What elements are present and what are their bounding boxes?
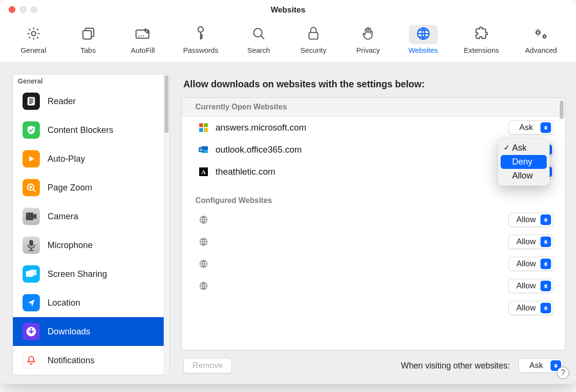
list-scrollbar-thumb[interactable] — [560, 101, 564, 119]
globe-icon — [198, 237, 209, 247]
svg-point-11 — [543, 36, 546, 38]
tabs-icon — [81, 26, 96, 43]
site-row[interactable]: Allow — [182, 231, 565, 253]
select-value: Ask — [525, 361, 548, 370]
globe-icon — [198, 259, 209, 269]
sidebar-item-label: Downloads — [48, 327, 90, 337]
site-row[interactable]: Allow — [182, 253, 565, 275]
tab-general[interactable]: General — [14, 22, 53, 56]
preferences-toolbar: General Tabs AutoFill Passwords Search S… — [0, 19, 576, 62]
select-value: Allow — [515, 259, 538, 269]
site-row[interactable]: Allow — [182, 275, 565, 297]
help-button[interactable]: ? — [557, 367, 569, 379]
tab-autofill[interactable]: AutoFill — [124, 22, 162, 56]
tab-label: Advanced — [525, 46, 557, 54]
sidebar-item-page-zoom[interactable]: Page Zoom — [13, 173, 169, 202]
detail-panel: Allow downloads on websites with the set… — [181, 74, 565, 375]
site-list: Currently Open Websites answers.microsof… — [181, 97, 565, 350]
download-icon — [23, 323, 40, 340]
play-icon — [23, 150, 40, 167]
tab-label: Privacy — [356, 46, 380, 54]
globe-icon — [198, 281, 209, 291]
chevron-updown-icon — [540, 122, 551, 133]
popup-option-deny[interactable]: Deny — [501, 155, 547, 169]
tab-search[interactable]: Search — [240, 22, 278, 56]
gears-icon — [533, 26, 549, 43]
svg-rect-15 — [29, 102, 34, 103]
sidebar-item-label: Location — [48, 298, 80, 308]
sidebar-item-label: Camera — [48, 212, 78, 222]
site-row[interactable]: answers.microsoft.com Ask — [182, 117, 565, 139]
tab-label: Search — [247, 46, 270, 54]
popup-option-ask[interactable]: Ask — [501, 141, 547, 155]
puzzle-icon — [474, 26, 489, 43]
gear-icon — [26, 26, 41, 43]
sidebar-item-downloads[interactable]: Downloads — [13, 317, 169, 346]
svg-rect-29 — [204, 128, 208, 132]
chevron-updown-icon — [540, 281, 551, 291]
tab-label: Tabs — [81, 46, 96, 54]
tab-label: Websites — [408, 46, 438, 54]
bell-icon — [23, 352, 40, 369]
camera-icon — [23, 208, 40, 225]
svg-point-19 — [27, 214, 28, 215]
permission-select[interactable]: Allow — [508, 301, 553, 315]
svg-rect-20 — [29, 240, 33, 246]
detail-heading: Allow downloads on websites with the set… — [181, 74, 565, 97]
sidebar-item-microphone[interactable]: Microphone — [13, 231, 169, 260]
zoom-icon — [23, 179, 40, 196]
site-row[interactable]: Allow — [182, 297, 565, 319]
sidebar-item-notifications[interactable]: Notifications — [13, 346, 169, 375]
sidebar-item-content-blockers[interactable]: Content Blockers — [13, 116, 169, 144]
chevron-updown-icon — [540, 214, 551, 225]
tab-advanced[interactable]: Advanced — [520, 22, 562, 56]
tab-label: Passwords — [183, 46, 218, 54]
select-value: Allow — [515, 237, 538, 247]
site-row[interactable]: Allow — [182, 209, 565, 231]
sidebar-item-label: Microphone — [48, 240, 93, 250]
remove-button[interactable]: Remove — [183, 358, 232, 373]
sidebar-item-camera[interactable]: Camera — [13, 202, 169, 231]
svg-point-5 — [143, 36, 144, 36]
sidebar-item-reader[interactable]: Reader — [13, 87, 169, 116]
popup-option-allow[interactable]: Allow — [501, 169, 547, 183]
tab-security[interactable]: Security — [294, 22, 333, 56]
category-sidebar: General Reader Content Blockers Auto-Pla… — [12, 74, 170, 375]
tab-tabs[interactable]: Tabs — [69, 22, 108, 56]
sidebar-item-screen-sharing[interactable]: Screen Sharing — [13, 260, 169, 288]
search-icon — [252, 26, 266, 43]
sidebar-item-location[interactable]: Location — [13, 288, 169, 317]
sidebar-scrollbar-thumb[interactable] — [165, 75, 168, 133]
svg-text:A: A — [201, 168, 206, 176]
tab-extensions[interactable]: Extensions — [459, 22, 504, 56]
sidebar-item-auto-play[interactable]: Auto-Play — [13, 144, 169, 173]
site-domain: answers.microsoft.com — [216, 122, 502, 133]
svg-rect-16 — [29, 103, 32, 104]
svg-point-3 — [138, 36, 139, 36]
permission-select[interactable]: Ask — [508, 120, 553, 135]
tab-websites[interactable]: Websites — [404, 22, 443, 56]
svg-rect-12 — [27, 97, 35, 106]
svg-rect-13 — [29, 99, 34, 100]
svg-point-4 — [141, 36, 142, 36]
sidebar-item-label: Content Blockers — [48, 125, 113, 135]
tab-passwords[interactable]: Passwords — [179, 22, 223, 56]
globe-icon — [198, 214, 209, 225]
group-header-open: Currently Open Websites — [182, 98, 565, 117]
permission-select[interactable]: Allow — [508, 279, 553, 293]
tab-privacy[interactable]: Privacy — [349, 22, 387, 56]
select-value: Allow — [515, 303, 538, 313]
group-header-configured: Configured Websites — [182, 183, 565, 209]
svg-rect-1 — [83, 31, 91, 39]
other-websites-label: When visiting other websites: — [401, 361, 510, 371]
sidebar-item-label: Auto-Play — [48, 154, 85, 164]
permission-select[interactable]: Allow — [508, 235, 553, 249]
detail-footer: Remove When visiting other websites: Ask — [181, 350, 565, 375]
svg-rect-27 — [204, 123, 208, 127]
permission-select[interactable]: Allow — [508, 213, 553, 227]
permission-select[interactable]: Allow — [508, 257, 553, 271]
site-domain: theathletic.com — [216, 166, 536, 177]
sidebar-scrollbar[interactable] — [164, 74, 169, 375]
microphone-icon — [23, 237, 40, 254]
permission-popup-menu: Ask Deny Allow — [498, 138, 550, 186]
